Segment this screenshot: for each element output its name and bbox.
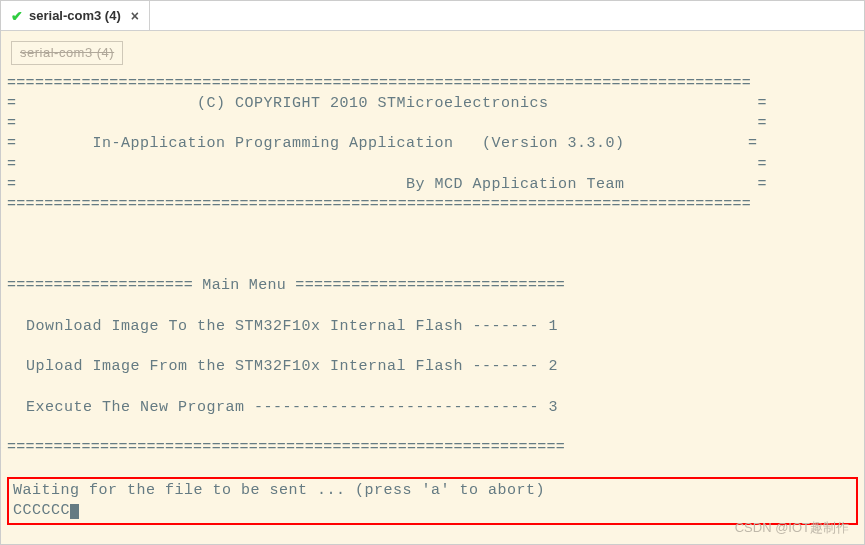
tab-title: serial-com3 (4) xyxy=(29,8,121,23)
check-icon: ✔ xyxy=(11,8,23,24)
menu-header: ==================== Main Menu =========… xyxy=(7,277,565,294)
watermark: CSDN @IOT趣制作 xyxy=(735,519,849,537)
copyright-line: = (C) COPYRIGHT 2010 STMicroelectronics … xyxy=(7,95,767,112)
menu-item-download: Download Image To the STM32F10x Internal… xyxy=(7,318,558,335)
menu-item-execute: Execute The New Program ----------------… xyxy=(7,399,558,416)
blank-side-line: = = xyxy=(7,156,767,173)
divider-top: ========================================… xyxy=(7,75,751,92)
divider-bottom: ========================================… xyxy=(7,196,751,213)
cursor-icon xyxy=(70,504,79,519)
team-line: = By MCD Application Team = xyxy=(7,176,767,193)
menu-footer: ========================================… xyxy=(7,439,565,456)
app-line: = In-Application Programming Application… xyxy=(7,135,758,152)
terminal-output: serial-com3 (4) ========================… xyxy=(1,31,864,545)
tab-serial-com3[interactable]: ✔ serial-com3 (4) × xyxy=(1,1,150,30)
waiting-line: Waiting for the file to be sent ... (pre… xyxy=(13,482,545,499)
echo-chars: CCCCCC xyxy=(13,502,70,519)
highlight-box: Waiting for the file to be sent ... (pre… xyxy=(7,477,858,526)
menu-item-upload: Upload Image From the STM32F10x Internal… xyxy=(7,358,558,375)
ghost-tooltip: serial-com3 (4) xyxy=(11,41,123,65)
close-icon[interactable]: × xyxy=(131,8,139,24)
tab-bar: ✔ serial-com3 (4) × xyxy=(1,1,864,31)
blank-side-line: = = xyxy=(7,115,767,132)
